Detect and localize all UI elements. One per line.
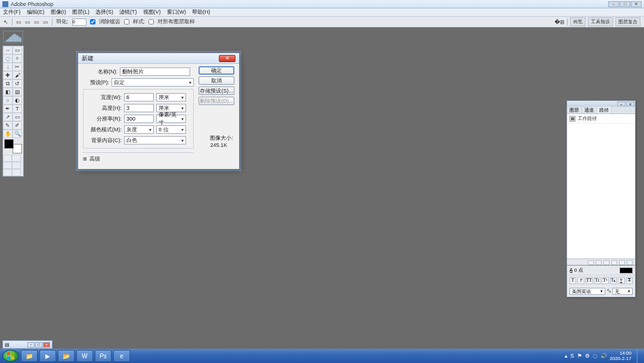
screen-full-icon[interactable] xyxy=(3,169,12,176)
menu-view[interactable]: 视图(V) xyxy=(140,8,164,16)
panel-titlebar[interactable]: – × xyxy=(567,101,635,107)
tray-clock[interactable]: 14:00 2020-2-17 xyxy=(610,350,631,361)
background-select[interactable]: 白色 xyxy=(124,136,186,144)
menu-help[interactable]: 帮助(H) xyxy=(189,8,213,16)
antialias-checkbox[interactable] xyxy=(90,19,95,24)
tray-volume-icon[interactable]: 🔊 xyxy=(600,353,607,359)
panel-button-tool-presets[interactable]: 工具预设 xyxy=(588,17,613,26)
resolution-unit-select[interactable]: 像素/英寸 xyxy=(156,115,186,123)
selection-to-path-icon[interactable] xyxy=(611,260,617,265)
underline-offset-icon[interactable]: A̲ xyxy=(569,267,572,273)
width-unit-select[interactable]: 厘米 xyxy=(156,93,186,101)
sample-all-checkbox[interactable] xyxy=(148,19,154,24)
faux-bold-button[interactable]: T xyxy=(569,277,576,284)
tool-indicator-icon[interactable]: ↖ xyxy=(4,19,8,25)
menu-select[interactable]: 选择(S) xyxy=(92,8,116,16)
resolution-input[interactable] xyxy=(124,115,154,123)
crop-tool-icon[interactable]: ⟂ xyxy=(3,63,13,71)
shape-tool-icon[interactable]: ▭ xyxy=(13,113,22,121)
foreground-color-swatch[interactable] xyxy=(4,139,14,149)
mindoc-close-icon[interactable]: × xyxy=(43,342,50,347)
new-path-icon[interactable] xyxy=(619,260,625,265)
quickmask-off-icon[interactable] xyxy=(3,155,12,162)
selection-mode-intersect-icon[interactable]: ▭ xyxy=(43,19,48,25)
background-color-swatch[interactable] xyxy=(13,144,22,153)
tray-flag-icon[interactable]: ⚑ xyxy=(577,353,582,359)
contiguous-checkbox[interactable] xyxy=(124,19,129,24)
feather-input[interactable] xyxy=(72,19,86,26)
width-input[interactable] xyxy=(124,93,154,101)
panel-button-history[interactable]: 画笔 xyxy=(570,17,586,26)
blur-tool-icon[interactable]: ○ xyxy=(3,96,13,104)
advanced-toggle[interactable]: ⊞ 高级 xyxy=(83,152,194,163)
tab-channels[interactable]: 通道 xyxy=(582,107,597,113)
tray-ime-icon[interactable]: S xyxy=(571,353,574,359)
selection-mode-new-icon[interactable]: ▭ xyxy=(16,19,21,25)
screen-standard-icon[interactable] xyxy=(3,162,12,169)
eyedropper-tool-icon[interactable]: ✐ xyxy=(13,121,22,130)
tray-wifi-icon[interactable]: ◌ xyxy=(593,353,597,359)
smallcaps-button[interactable]: Tt xyxy=(594,277,600,284)
tab-layers[interactable]: 图层 xyxy=(567,107,582,113)
jump-to-icon[interactable] xyxy=(12,169,21,176)
taskbar-explorer-icon[interactable]: 📁 xyxy=(21,350,38,362)
delete-path-icon[interactable] xyxy=(627,260,633,265)
superscript-button[interactable]: T¹ xyxy=(602,277,608,284)
move-tool-icon[interactable]: ↔ xyxy=(3,46,13,54)
stroke-path-icon[interactable] xyxy=(596,260,602,265)
tray-network-icon[interactable]: ⚙ xyxy=(585,353,590,359)
taskbar-folder-icon[interactable]: 📂 xyxy=(58,350,75,362)
minimized-document[interactable]: ▤ ▫ □ × xyxy=(2,340,52,349)
color-mode-select[interactable]: 灰度 xyxy=(124,125,154,134)
brush-tool-icon[interactable]: 🖌 xyxy=(13,71,22,79)
type-tool-icon[interactable]: T xyxy=(13,104,22,113)
ok-button[interactable]: 确定 xyxy=(199,66,234,75)
slice-tool-icon[interactable]: ✂ xyxy=(13,63,22,71)
bit-depth-select[interactable]: 8 位 xyxy=(156,125,186,134)
history-brush-tool-icon[interactable]: ↺ xyxy=(13,79,22,88)
minimize-button[interactable]: – xyxy=(608,1,619,7)
text-color-swatch[interactable] xyxy=(620,267,633,273)
selection-mode-add-icon[interactable]: ▭ xyxy=(25,19,30,25)
color-swatch[interactable] xyxy=(4,139,22,153)
faux-italic-button[interactable]: T xyxy=(577,277,584,284)
maximize-button[interactable]: □ xyxy=(620,1,630,7)
taskbar-ie-icon[interactable]: e xyxy=(113,350,130,362)
path-tool-icon[interactable]: ↗ xyxy=(3,113,13,121)
workspace-switch-icon[interactable]: �⊞ xyxy=(555,19,565,25)
taskbar-word-icon[interactable]: W xyxy=(76,350,93,362)
eraser-tool-icon[interactable]: ◧ xyxy=(3,88,13,96)
show-desktop-button[interactable] xyxy=(637,349,642,363)
taskbar-photoshop-icon[interactable]: Ps xyxy=(95,350,112,362)
panel-close-icon[interactable]: × xyxy=(626,101,634,106)
stamp-tool-icon[interactable]: ⧉ xyxy=(3,79,13,88)
mindoc-max-icon[interactable]: □ xyxy=(35,342,42,347)
tab-paths[interactable]: 路径 xyxy=(597,107,612,113)
tray-chevron-icon[interactable]: ▴ xyxy=(565,353,568,359)
paths-list[interactable]: ▦ 工作路径 xyxy=(567,114,635,259)
heal-tool-icon[interactable]: ✚ xyxy=(3,71,13,79)
dialog-titlebar[interactable]: 新建 ✕ xyxy=(78,53,239,64)
language-select[interactable]: 美国英语 xyxy=(569,288,605,295)
preset-select[interactable]: 自定 xyxy=(112,78,194,87)
menu-layer[interactable]: 图层(L) xyxy=(69,8,92,16)
antialias-select[interactable]: 无 xyxy=(612,288,633,295)
path-to-selection-icon[interactable] xyxy=(603,260,609,265)
fill-path-icon[interactable] xyxy=(588,260,594,265)
height-input[interactable] xyxy=(124,104,154,112)
save-preset-button[interactable]: 存储预设(S)... xyxy=(199,87,234,95)
path-thumb-icon[interactable]: ▦ xyxy=(569,116,575,122)
lasso-tool-icon[interactable]: ◌ xyxy=(3,54,13,63)
menu-image[interactable]: 图像(I) xyxy=(48,8,70,16)
dialog-close-button[interactable]: ✕ xyxy=(219,55,236,62)
selection-mode-subtract-icon[interactable]: ▭ xyxy=(34,19,39,25)
wand-tool-icon[interactable]: ✧ xyxy=(13,54,22,63)
start-button[interactable] xyxy=(2,350,19,362)
marquee-tool-icon[interactable]: ▭ xyxy=(13,46,22,54)
underline-button[interactable]: T xyxy=(618,277,624,284)
menu-edit[interactable]: 编辑(E) xyxy=(24,8,48,16)
gradient-tool-icon[interactable]: ▤ xyxy=(13,88,22,96)
panel-button-layer-comps[interactable]: 图层复合 xyxy=(615,17,640,26)
zoom-tool-icon[interactable]: 🔍 xyxy=(13,130,22,138)
menu-window[interactable]: 窗口(W) xyxy=(164,8,190,16)
